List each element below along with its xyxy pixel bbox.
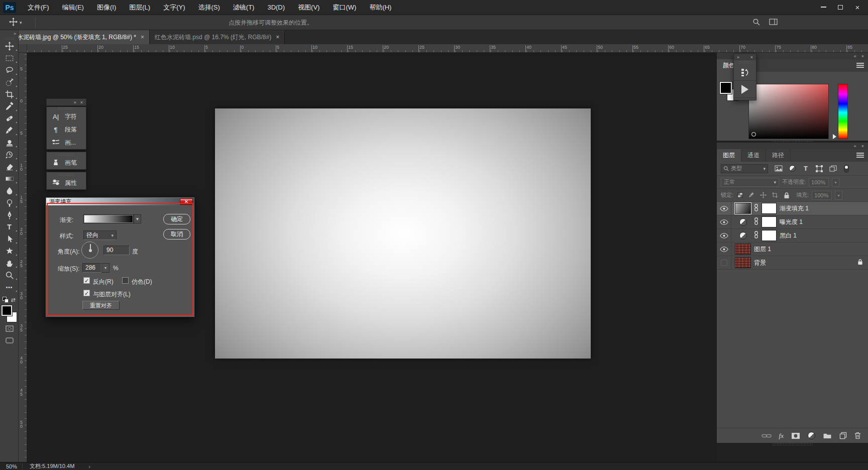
scale-input[interactable]: 286	[82, 263, 101, 273]
blend-mode-select[interactable]: 正常 ▾	[721, 178, 779, 187]
edit-toolbar-tool[interactable]: •••	[0, 281, 19, 293]
canvas[interactable]	[215, 108, 591, 359]
reset-alignment-button[interactable]: 重置对齐	[82, 301, 120, 310]
panel-close-icon[interactable]: ×	[861, 54, 864, 59]
pen-tool[interactable]	[0, 209, 19, 221]
panel-menu-icon[interactable]	[856, 63, 864, 68]
screen-mode-button[interactable]	[0, 334, 19, 346]
current-tool-button[interactable]: ▾	[9, 17, 31, 28]
visibility-toggle[interactable]	[717, 256, 731, 269]
hand-tool[interactable]	[0, 257, 19, 269]
opacity-input[interactable]: 100%	[809, 178, 829, 187]
workspace-icon[interactable]	[769, 18, 778, 27]
hue-ramp[interactable]	[838, 84, 848, 139]
reverse-checkbox[interactable]: ✓	[83, 277, 90, 284]
image-thumbnail[interactable]	[735, 257, 751, 268]
menu-item[interactable]: 窗口(W)	[326, 0, 363, 15]
link-mask-icon[interactable]	[754, 203, 758, 214]
lock-pixels-icon[interactable]	[748, 192, 755, 199]
panel-menu-icon[interactable]	[856, 153, 864, 158]
type-layers-filter-icon[interactable]: T	[801, 165, 810, 173]
pixel-layers-filter-icon[interactable]	[774, 165, 783, 173]
search-icon[interactable]	[752, 18, 760, 28]
menu-item[interactable]: 视图(V)	[291, 0, 326, 15]
brush-tool[interactable]	[0, 125, 19, 137]
panel-close-icon[interactable]: ×	[861, 144, 864, 149]
panel-collapse-icon[interactable]: «	[854, 144, 856, 149]
visibility-toggle[interactable]	[717, 202, 731, 215]
style-select[interactable]: 径向 ▾	[83, 230, 117, 240]
new-layer-icon[interactable]	[839, 432, 847, 439]
gradient-dropdown-icon[interactable]: ▼	[134, 214, 141, 223]
type-tool[interactable]: T	[0, 221, 19, 233]
tab-路径[interactable]: 路径	[766, 149, 791, 162]
scale-dropdown-icon[interactable]: ▾	[101, 263, 110, 273]
angle-dial[interactable]	[81, 242, 98, 259]
menu-item[interactable]: 选择(S)	[191, 0, 226, 15]
layer-row[interactable]: 黑白 1	[717, 229, 868, 243]
gradient-fill-thumbnail[interactable]	[735, 203, 751, 214]
add-layer-mask-icon[interactable]	[791, 432, 800, 439]
quick-selection-tool[interactable]	[0, 76, 19, 88]
hue-slider-marker[interactable]	[833, 134, 836, 139]
delete-layer-icon[interactable]	[854, 432, 861, 439]
crop-tool[interactable]	[0, 88, 19, 100]
eraser-tool[interactable]	[0, 161, 19, 173]
adjustment-layers-filter-icon[interactable]	[788, 165, 797, 173]
menu-item[interactable]: 滤镜(T)	[227, 0, 261, 15]
link-layers-icon[interactable]	[762, 433, 772, 438]
status-expand-icon[interactable]: ›	[88, 463, 90, 469]
lock-transparency-icon[interactable]	[736, 192, 744, 199]
layer-row[interactable]: 图层 1	[717, 243, 868, 256]
dodge-tool[interactable]	[0, 197, 19, 209]
path-selection-tool[interactable]	[0, 233, 19, 245]
saturation-brightness-field[interactable]	[748, 84, 829, 139]
menu-item[interactable]: 编辑(E)	[56, 0, 90, 15]
document-tab[interactable]: 红色水泥砖墙.psd @ 16.7% (灯光, RGB/8#) ×	[150, 30, 285, 44]
image-thumbnail[interactable]	[735, 244, 751, 255]
quick-mask-button[interactable]	[0, 322, 19, 334]
menu-item[interactable]: 3D(D)	[261, 0, 291, 15]
tab-close-icon[interactable]: ×	[141, 34, 144, 41]
panel-grip[interactable]	[738, 61, 752, 63]
default-colors-icon[interactable]	[3, 297, 9, 303]
visibility-toggle[interactable]	[717, 229, 731, 242]
align-checkbox[interactable]: ✓	[83, 290, 90, 296]
panel-close-icon[interactable]: ×	[80, 100, 83, 105]
panel-close-icon[interactable]: ×	[750, 55, 753, 60]
cancel-button[interactable]: 取消	[163, 229, 190, 240]
close-button[interactable]: ×	[849, 0, 866, 14]
visibility-toggle[interactable]	[717, 243, 731, 256]
panel-button-character[interactable]: A| 字符	[47, 110, 86, 123]
foreground-color-swatch[interactable]	[720, 82, 732, 94]
panel-collapse-icon[interactable]: «	[854, 54, 856, 59]
swap-colors-icon[interactable]: ⇄	[11, 297, 15, 303]
zoom-level[interactable]: 50%	[0, 463, 23, 469]
smart-object-filter-icon[interactable]	[828, 165, 837, 173]
minimize-button[interactable]	[815, 0, 832, 14]
tab-图层[interactable]: 图层	[717, 149, 741, 162]
foreground-color-swatch[interactable]	[2, 305, 12, 316]
custom-shape-tool[interactable]	[0, 245, 19, 257]
new-group-icon[interactable]	[823, 432, 832, 439]
angle-input[interactable]: 90	[103, 246, 130, 255]
panel-collapse-icon[interactable]: »	[74, 100, 76, 105]
ok-button[interactable]: 确定	[163, 214, 190, 224]
layer-filter-select[interactable]: 类型 ▾	[721, 164, 768, 173]
panel-button-brush-presets[interactable]: 画...	[47, 136, 86, 149]
panel-button-properties[interactable]: 属性	[47, 176, 86, 189]
spot-healing-brush-tool[interactable]	[0, 112, 19, 125]
adjustment-layer-icon[interactable]	[735, 218, 751, 226]
actions-panel-button[interactable]	[734, 81, 756, 98]
gradient-preview[interactable]	[83, 214, 134, 223]
lock-all-icon[interactable]	[783, 192, 790, 199]
history-panel-button[interactable]	[734, 64, 756, 81]
panel-button-brush[interactable]: 画笔	[47, 156, 86, 169]
gradient-tool[interactable]	[0, 173, 19, 185]
opacity-dropdown-icon[interactable]: ▾	[832, 178, 839, 187]
visibility-toggle[interactable]	[717, 215, 731, 228]
eyedropper-tool[interactable]	[0, 100, 19, 112]
toolbar-collapse-icon[interactable]: »	[0, 30, 18, 37]
dialog-close-button[interactable]: ✕	[180, 198, 193, 205]
adjustment-layer-icon[interactable]	[735, 232, 751, 240]
